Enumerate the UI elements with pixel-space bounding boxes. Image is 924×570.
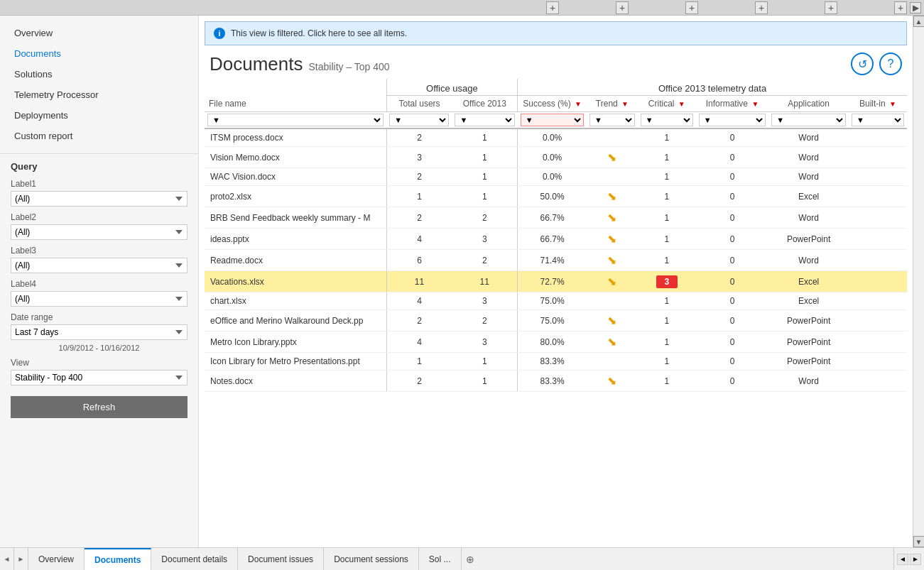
cell-informative[interactable]: 0 [696,128,768,147]
cell-filename[interactable]: Metro Icon Library.pptx [205,331,386,353]
col-trend[interactable]: Trend ▼ [587,96,638,112]
cell-office-2013[interactable]: 2 [452,207,517,229]
sidebar-item-custom[interactable]: Custom report [7,126,191,146]
cell-total-users[interactable]: 2 [386,128,452,147]
sidebar-item-documents[interactable]: Documents [7,43,191,64]
cell-informative[interactable]: 0 [696,271,768,292]
cell-total-users[interactable]: 4 [386,331,452,353]
scroll-down-btn[interactable]: ▼ [913,536,925,547]
label4-select[interactable]: (All) [11,291,187,307]
scroll-right-btn[interactable]: ▶ [910,2,921,13]
info-bar[interactable]: i This view is filtered. Click here to s… [205,21,907,45]
cell-application[interactable]: Excel [768,271,849,292]
cell-office-2013[interactable]: 3 [452,229,517,250]
cell-critical[interactable]: 1 [638,371,696,392]
tab-document-issues[interactable]: Document issues [238,548,324,570]
documents-table-container[interactable]: Office usage Office 2013 telemetry data … [199,79,913,547]
cell-total-users[interactable]: 4 [386,229,452,250]
cell-informative[interactable]: 0 [696,371,768,392]
filter-application[interactable]: ▼ [771,114,846,126]
cell-office-2013[interactable]: 3 [452,292,517,310]
cell-total-users[interactable]: 2 [386,168,452,186]
scroll-up-btn[interactable]: ▲ [913,16,925,27]
help-icon-btn[interactable]: ? [879,53,902,75]
filter-informative[interactable]: ▼ [699,114,766,126]
view-select[interactable]: Stability - Top 400 [11,370,187,385]
cell-total-users[interactable]: 4 [386,292,452,310]
cell-application[interactable]: PowerPoint [768,229,849,250]
filter-filename[interactable]: ▼ [207,114,384,126]
tab-sol[interactable]: Sol ... [419,548,462,570]
cell-total-users[interactable]: 2 [386,207,452,229]
label3-select[interactable]: (All) [11,258,187,273]
cell-informative[interactable]: 0 [696,147,768,168]
cell-critical[interactable]: 1 [638,168,696,186]
refresh-button[interactable]: Refresh [11,396,187,418]
cell-total-users[interactable]: 6 [386,250,452,271]
sidebar-item-telemetry[interactable]: Telemetry Processor [7,84,191,105]
cell-filename[interactable]: WAC Vision.docx [205,168,386,186]
cell-office-2013[interactable]: 3 [452,331,517,353]
cell-informative[interactable]: 0 [696,207,768,229]
tab-overview[interactable]: Overview [28,548,85,570]
cell-informative[interactable]: 0 [696,331,768,353]
cell-office-2013[interactable]: 2 [452,310,517,331]
cell-application[interactable]: PowerPoint [768,310,849,331]
cell-informative[interactable]: 0 [696,229,768,250]
sidebar-item-solutions[interactable]: Solutions [7,64,191,84]
cell-office-2013[interactable]: 1 [452,186,517,207]
cell-total-users[interactable]: 3 [386,147,452,168]
tab-document-details[interactable]: Document details [151,548,238,570]
cell-critical[interactable]: 1 [638,229,696,250]
cell-office-2013[interactable]: 1 [452,128,517,147]
cell-critical[interactable]: 1 [638,147,696,168]
cell-application[interactable]: Word [768,168,849,186]
cell-critical[interactable]: 1 [638,250,696,271]
col-application[interactable]: Application [768,96,849,112]
cell-office-2013[interactable]: 1 [452,147,517,168]
col-built-in[interactable]: Built-in ▼ [849,96,907,112]
cell-application[interactable]: Word [768,371,849,392]
cell-critical[interactable]: 1 [638,331,696,353]
cell-filename[interactable]: ideas.pptx [205,229,386,250]
date-range-select[interactable]: Last 7 days [11,324,187,340]
cell-critical[interactable]: 3 [638,271,696,292]
cell-informative[interactable]: 0 [696,310,768,331]
cell-informative[interactable]: 0 [696,186,768,207]
tab-nav-prev[interactable]: ◄ [0,548,14,570]
cell-application[interactable]: Excel [768,186,849,207]
cell-application[interactable]: Word [768,207,849,229]
cell-filename[interactable]: Icon Library for Metro Presentations.ppt [205,353,386,371]
col-informative[interactable]: Informative ▼ [696,96,768,112]
cell-filename[interactable]: ITSM process.docx [205,128,386,147]
filter-trend[interactable]: ▼ [589,114,635,126]
cell-filename[interactable]: BRB Send Feedback weekly summary - M [205,207,386,229]
tab-document-sessions[interactable]: Document sessions [324,548,419,570]
cell-critical[interactable]: 1 [638,186,696,207]
cell-total-users[interactable]: 1 [386,186,452,207]
add-tab-btn-5[interactable]: + [825,1,837,14]
col-critical[interactable]: Critical ▼ [638,96,696,112]
filter-success-pct[interactable]: ▼ [521,114,584,126]
add-tab-btn-2[interactable]: + [616,1,629,14]
cell-filename[interactable]: chart.xlsx [205,292,386,310]
cell-office-2013[interactable]: 2 [452,250,517,271]
cell-critical[interactable]: 1 [638,128,696,147]
cell-application[interactable]: Word [768,147,849,168]
cell-informative[interactable]: 0 [696,292,768,310]
col-success-pct[interactable]: Success (%) ▼ [518,96,587,112]
cell-total-users[interactable]: 1 [386,353,452,371]
cell-total-users[interactable]: 2 [386,371,452,392]
cell-filename[interactable]: Vision Memo.docx [205,147,386,168]
cell-critical[interactable]: 1 [638,292,696,310]
cell-total-users[interactable]: 2 [386,310,452,331]
cell-office-2013[interactable]: 1 [452,353,517,371]
filter-total-users[interactable]: ▼ [389,114,449,126]
add-tab-btn-1[interactable]: + [546,1,559,14]
filter-built-in[interactable]: ▼ [852,114,904,126]
add-tab-btn-4[interactable]: + [755,1,768,14]
cell-office-2013[interactable]: 1 [452,168,517,186]
col-total-users[interactable]: Total users [386,96,452,112]
cell-informative[interactable]: 0 [696,353,768,371]
cell-critical[interactable]: 1 [638,310,696,331]
